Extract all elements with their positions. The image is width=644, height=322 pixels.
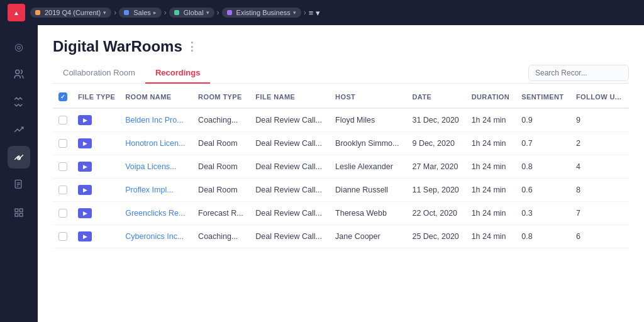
row-check-0[interactable] <box>53 108 73 132</box>
col-header-room-name: ROOM NAME <box>120 86 193 108</box>
row-file-type-0: ▶ <box>73 108 120 132</box>
row-sentiment-2: 0.8 <box>516 155 571 179</box>
row-host-1: Brooklyn Simmo... <box>330 132 407 155</box>
top-bar: ▲ 2019 Q4 (Current) ▾ › Sales ▸ › Global… <box>0 0 644 25</box>
row-file-name-0: Deal Review Call... <box>250 108 330 132</box>
video-type-icon-5: ▶ <box>78 231 92 242</box>
svg-rect-9 <box>19 213 23 216</box>
list-view-icon[interactable]: ≡ ▾ <box>309 8 320 18</box>
col-header-sentiment: SENTIMENT <box>516 86 571 108</box>
video-type-icon-3: ▶ <box>78 185 92 195</box>
row-duration-4: 1h 24 min <box>467 202 517 225</box>
table-row: ▶ Cyberonics Inc... Coaching... Deal Rev… <box>53 225 629 248</box>
video-type-icon-1: ▶ <box>78 138 92 148</box>
search-input[interactable] <box>528 65 629 81</box>
tabs-search-row: Collaboration Room Recordings <box>53 63 629 84</box>
row-sentiment-3: 0.6 <box>516 179 571 202</box>
svg-rect-8 <box>15 213 18 216</box>
sidebar-icon-analytics[interactable]: ◎ <box>8 35 30 58</box>
row-sentiment-0: 0.9 <box>516 108 571 132</box>
row-check-3[interactable] <box>53 179 73 202</box>
row-file-type-1: ▶ <box>73 132 120 155</box>
svg-rect-7 <box>19 209 23 212</box>
select-all-checkbox[interactable] <box>58 92 67 101</box>
row-file-name-4: Deal Review Call... <box>250 202 330 225</box>
tab-collaboration[interactable]: Collaboration Room <box>53 63 145 84</box>
video-type-icon-0: ▶ <box>78 115 92 125</box>
row-sentiment-4: 0.3 <box>516 202 571 225</box>
col-header-date: DATE <box>407 86 466 108</box>
row-room-name-0[interactable]: Belden Inc Pro... <box>120 108 193 132</box>
table-row: ▶ Proflex Impl... Deal Room Deal Review … <box>53 179 629 202</box>
row-date-2: 27 Mar, 2020 <box>407 155 466 179</box>
breadcrumb-global[interactable]: Global ▾ <box>169 8 214 18</box>
row-follow-up-0: 9 <box>571 108 629 132</box>
row-follow-up-4: 7 <box>571 202 629 225</box>
row-file-name-5: Deal Review Call... <box>250 225 330 248</box>
row-room-name-3[interactable]: Proflex Impl... <box>120 179 193 202</box>
row-date-1: 9 Dec, 2020 <box>407 132 466 155</box>
row-room-type-5: Coaching... <box>193 225 250 248</box>
row-room-name-5[interactable]: Cyberonics Inc... <box>120 225 193 248</box>
table-row: ▶ Honotron Licen... Deal Room Deal Revie… <box>53 132 629 155</box>
sidebar: ◎ <box>0 25 38 322</box>
col-header-duration: DURATION <box>467 86 517 108</box>
table-row: ▶ Voipa Licens... Deal Room Deal Review … <box>53 155 629 179</box>
row-checkbox-3[interactable] <box>58 186 67 194</box>
main-layout: ◎ <box>0 25 644 322</box>
row-check-5[interactable] <box>53 225 73 248</box>
row-checkbox-5[interactable] <box>58 232 67 241</box>
row-checkbox-2[interactable] <box>58 162 67 171</box>
col-header-check <box>53 86 73 108</box>
row-file-type-4: ▶ <box>73 202 120 225</box>
row-check-4[interactable] <box>53 202 73 225</box>
col-header-host: HOST <box>330 86 407 108</box>
svg-rect-6 <box>15 209 18 212</box>
col-header-room-type: ROOM TYPE <box>193 86 250 108</box>
sidebar-icon-users[interactable] <box>8 63 30 86</box>
row-file-name-2: Deal Review Call... <box>250 155 330 179</box>
breadcrumb-sales[interactable]: Sales ▸ <box>119 8 162 18</box>
row-duration-2: 1h 24 min <box>467 155 517 179</box>
video-type-icon-4: ▶ <box>78 208 92 218</box>
row-follow-up-1: 2 <box>571 132 629 155</box>
row-check-1[interactable] <box>53 132 73 155</box>
breadcrumb-period[interactable]: 2019 Q4 (Current) ▾ <box>30 8 111 18</box>
table-row: ▶ Belden Inc Pro... Coaching... Deal Rev… <box>53 108 629 132</box>
row-room-name-1[interactable]: Honotron Licen... <box>120 132 193 155</box>
content-area: Digital WarRooms ⋮ Collaboration Room Re… <box>38 25 644 322</box>
col-header-follow-up: FOLLOW U... <box>571 86 629 108</box>
page-title: Digital WarRooms ⋮ <box>53 38 629 55</box>
row-room-type-0: Coaching... <box>193 108 250 132</box>
sidebar-icon-refresh[interactable] <box>8 146 30 169</box>
row-room-type-3: Deal Room <box>193 179 250 202</box>
row-file-type-2: ▶ <box>73 155 120 179</box>
sidebar-icon-document[interactable] <box>8 174 30 196</box>
row-duration-3: 1h 24 min <box>467 179 517 202</box>
row-checkbox-4[interactable] <box>58 209 67 218</box>
row-room-name-4[interactable]: Greenclicks Re... <box>120 202 193 225</box>
row-host-4: Theresa Webb <box>330 202 407 225</box>
row-checkbox-0[interactable] <box>58 116 67 125</box>
row-duration-1: 1h 24 min <box>467 132 517 155</box>
row-sentiment-1: 0.7 <box>516 132 571 155</box>
breadcrumb: 2019 Q4 (Current) ▾ › Sales ▸ › Global ▾… <box>30 8 320 18</box>
row-room-name-2[interactable]: Voipa Licens... <box>120 155 193 179</box>
row-date-0: 31 Dec, 2020 <box>407 108 466 132</box>
row-room-type-1: Deal Room <box>193 132 250 155</box>
sidebar-icon-chart[interactable] <box>8 118 30 141</box>
row-check-2[interactable] <box>53 155 73 179</box>
video-type-icon-2: ▶ <box>78 162 92 172</box>
row-duration-0: 1h 24 min <box>467 108 517 132</box>
row-host-3: Dianne Russell <box>330 179 407 202</box>
app-logo: ▲ <box>8 4 25 21</box>
sidebar-icon-handshake[interactable] <box>8 91 30 113</box>
sidebar-icon-grid[interactable] <box>8 201 30 224</box>
sep-1: › <box>114 8 116 17</box>
tab-recordings[interactable]: Recordings <box>145 63 211 84</box>
breadcrumb-existing[interactable]: Existing Business ▾ <box>222 8 301 18</box>
col-header-file-name: FILE NAME <box>250 86 330 108</box>
recordings-table: FILE TYPE ROOM NAME ROOM TYPE FILE NAME … <box>53 86 629 248</box>
row-checkbox-1[interactable] <box>58 139 67 148</box>
row-host-2: Leslie Alexander <box>330 155 407 179</box>
